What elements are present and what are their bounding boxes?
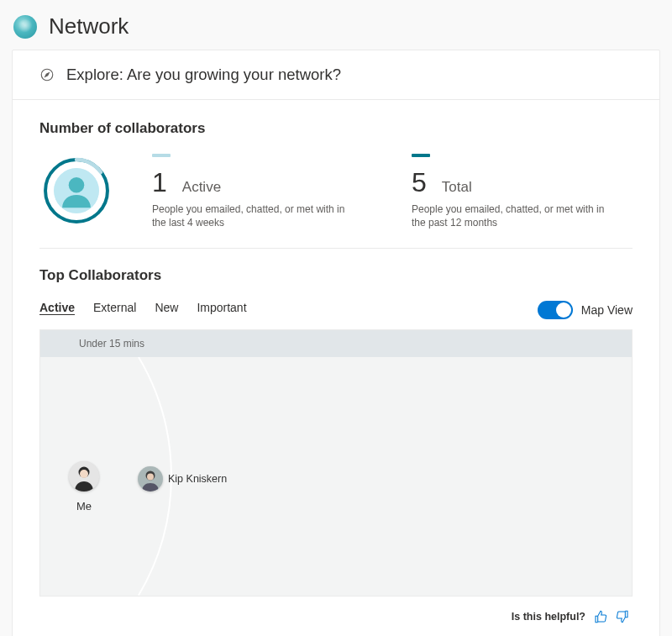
explore-text: Explore: Are you growing your network? (66, 66, 341, 84)
tab-external[interactable]: External (93, 301, 136, 319)
tab-new[interactable]: New (155, 301, 178, 319)
map-arc (40, 357, 632, 596)
me-label: Me (76, 500, 92, 512)
svg-point-7 (80, 470, 88, 478)
map-view-panel: Under 15 mins (39, 329, 633, 597)
helpful-text: Is this helpful? (512, 611, 585, 623)
avatar-kip (138, 466, 163, 491)
network-card: Explore: Are you growing your network? N… (12, 50, 660, 636)
metric-total-desc: People you emailed, chatted, or met with… (412, 202, 613, 229)
node-kip[interactable]: Kip Kniskern (138, 466, 227, 491)
star-badge-icon (156, 485, 163, 491)
metric-active: 1 Active People you emailed, chatted, or… (152, 154, 373, 229)
thumbs-down-icon[interactable] (616, 610, 629, 623)
compass-icon (39, 67, 55, 82)
tab-important[interactable]: Important (197, 301, 246, 319)
map-view-header: Under 15 mins (40, 330, 632, 357)
metric-active-value: 1 (152, 169, 167, 196)
metric-active-bar (152, 154, 171, 157)
svg-marker-1 (45, 73, 50, 77)
metric-active-label: Active (182, 179, 221, 196)
page-title: Network (49, 13, 129, 39)
metric-total-label: Total (442, 179, 472, 196)
kip-name: Kip Kniskern (168, 473, 227, 485)
metric-active-desc: People you emailed, chatted, or met with… (152, 202, 354, 229)
map-view-toggle[interactable] (538, 301, 573, 319)
top-tabs: Active External New Important (39, 301, 247, 319)
collaborators-summary: 1 Active People you emailed, chatted, or… (39, 154, 633, 249)
collaborator-ring (39, 154, 113, 228)
network-app-icon (13, 15, 37, 39)
metric-total-bar (412, 154, 430, 157)
metric-total-value: 5 (412, 169, 427, 196)
node-me[interactable]: Me (69, 461, 99, 512)
helpful-footer: Is this helpful? (39, 597, 633, 627)
thumbs-up-icon[interactable] (594, 610, 607, 623)
map-view-body[interactable]: Me (40, 357, 632, 596)
explore-row[interactable]: Explore: Are you growing your network? (13, 50, 659, 100)
map-view-label: Map View (581, 303, 633, 317)
top-collaborators-title: Top Collaborators (39, 267, 633, 284)
svg-point-4 (69, 177, 85, 193)
page-header: Network (12, 8, 660, 50)
collaborators-title: Number of collaborators (39, 120, 633, 137)
svg-point-10 (147, 474, 154, 481)
tab-active[interactable]: Active (39, 301, 75, 319)
metric-total: 5 Total People you emailed, chatted, or … (412, 154, 633, 229)
avatar-me (69, 461, 99, 491)
toggle-knob (556, 302, 571, 318)
